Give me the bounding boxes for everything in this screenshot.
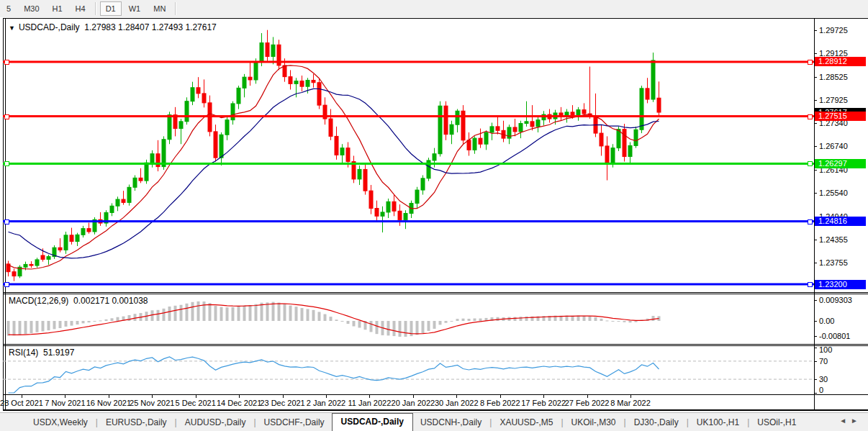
- macd-axis-label: -0.00801: [819, 332, 865, 340]
- hline-endpoint-marker[interactable]: [4, 161, 9, 166]
- time-axis-tick: [369, 395, 370, 398]
- macd-axis-tick: [814, 300, 817, 301]
- price-axis-tick: [814, 193, 817, 194]
- rsi-axis-label: 30: [819, 375, 865, 384]
- hline-endpoint-marker[interactable]: [4, 282, 9, 287]
- chart-tab-audusd-daily[interactable]: AUDUSD-,Daily: [178, 414, 253, 431]
- chart-tab-eurusd-daily[interactable]: EURUSD-,Daily: [99, 414, 174, 431]
- price-axis-tick: [814, 263, 817, 263]
- price-line-badge: 1.28912: [815, 57, 866, 66]
- price-axis-label: 1.23755: [819, 258, 865, 267]
- time-axis-tick: [326, 395, 327, 398]
- macd-axis-label: 0.00: [819, 317, 865, 325]
- chart-tab-dj30-daily[interactable]: DJ30-,Daily: [627, 414, 686, 431]
- price-axis-tick: [814, 77, 817, 78]
- time-axis-tick: [196, 395, 196, 398]
- time-axis-tick: [109, 395, 109, 398]
- price-axis-tick: [814, 30, 817, 31]
- time-axis-tick: [500, 395, 501, 398]
- hline-endpoint-marker[interactable]: [808, 282, 813, 287]
- price-axis-tick: [814, 123, 817, 124]
- time-axis-tick: [152, 395, 153, 398]
- price-axis-tick: [814, 53, 817, 54]
- time-axis-tick: [456, 395, 457, 398]
- macd-name: MACD(12,26,9): [9, 296, 68, 306]
- rsi-name: RSI(14): [9, 348, 38, 358]
- time-axis-tick: [22, 395, 22, 398]
- hline-endpoint-marker[interactable]: [4, 60, 9, 65]
- price-line-badge: 1.23200: [815, 280, 866, 289]
- time-axis-tick: [630, 395, 631, 398]
- macd-axis-label: 0.009303: [819, 296, 865, 304]
- hline-endpoint-marker[interactable]: [4, 114, 9, 119]
- price-axis-label: 1.24355: [819, 235, 865, 244]
- tab-scroll-left-icon[interactable]: ◄: [839, 417, 851, 425]
- chart-plot-area[interactable]: [0, 0, 868, 431]
- macd-axis-tick: [814, 321, 817, 322]
- macd-indicator-label: MACD(12,26,9) 0.002171 0.001038: [9, 296, 148, 306]
- price-axis-tick: [814, 240, 817, 240]
- time-axis-tick: [413, 395, 414, 398]
- chart-tab-usdx-weekly[interactable]: USDX,Weekly: [26, 414, 95, 431]
- price-line-badge: 1.24816: [815, 217, 866, 226]
- hline-endpoint-marker[interactable]: [4, 219, 9, 224]
- chart-tab-ukoil-m30[interactable]: UKOil-,M30: [564, 414, 623, 431]
- price-axis-tick: [814, 170, 817, 171]
- price-axis-label: 1.27925: [819, 96, 865, 104]
- rsi-axis-tick: [814, 361, 817, 362]
- rsi-axis-label: 0: [819, 386, 865, 394]
- chart-tab-usoil-h1[interactable]: USOil-,H1: [750, 414, 803, 431]
- chart-tab-uk100-h1[interactable]: UK100-,H1: [690, 414, 746, 431]
- time-axis-tick: [543, 395, 544, 398]
- chart-tab-xauusd-m5[interactable]: XAUUSD-,M5: [492, 414, 560, 431]
- chart-tab-usdcad-daily[interactable]: USDCAD-,Daily: [332, 413, 413, 431]
- chart-dropdown-icon[interactable]: ▼: [9, 24, 15, 32]
- price-axis-label: 1.25540: [819, 189, 865, 197]
- hline-endpoint-marker[interactable]: [808, 60, 813, 65]
- price-axis-tick: [814, 100, 817, 101]
- tab-scroll-right-icon[interactable]: ►: [851, 417, 862, 425]
- rsi-axis-tick: [814, 379, 817, 380]
- macd-axis-tick: [814, 336, 817, 337]
- tab-scroll-arrows: ◄►: [839, 417, 862, 425]
- time-axis-tick: [65, 395, 65, 398]
- macd-values: 0.002171 0.001038: [73, 296, 148, 306]
- chart-tab-usdchf-daily[interactable]: USDCHF-,Daily: [257, 414, 332, 431]
- price-axis-label: 1.29725: [819, 26, 865, 35]
- rsi-axis-label: 70: [819, 357, 865, 366]
- time-axis-tick: [587, 395, 588, 398]
- chart-symbol-period: USDCAD-,Daily: [19, 22, 80, 32]
- trading-terminal-window: 5M30H1H4D1W1MN ▼USDCAD-,Daily 1.27983 1.…: [0, 0, 868, 431]
- chart-title: ▼USDCAD-,Daily 1.27983 1.28407 1.27493 1…: [9, 22, 217, 32]
- price-axis-label: 1.26740: [819, 142, 865, 150]
- rsi-value: 51.9197: [43, 348, 74, 358]
- time-axis-tick: [283, 395, 284, 398]
- chart-tab-usdcnh-daily[interactable]: USDCNH-,Daily: [413, 414, 489, 431]
- hline-endpoint-marker[interactable]: [808, 219, 813, 224]
- price-axis-tick: [814, 146, 817, 147]
- hline-endpoint-marker[interactable]: [808, 114, 813, 119]
- rsi-axis-label: 100: [819, 345, 865, 354]
- time-axis-label: 8 Mar 2022: [600, 399, 661, 407]
- price-axis-label: 1.28525: [819, 73, 865, 81]
- time-axis-tick: [239, 395, 240, 398]
- chart-ohlc-values: 1.27983 1.28407 1.27493 1.27617: [84, 22, 217, 32]
- chart-tab-bar: USDX,Weekly|EURUSD-,Daily|AUDUSD-,Daily|…: [0, 412, 868, 431]
- rsi-axis-tick: [814, 348, 817, 348]
- rsi-axis-tick: [814, 393, 817, 394]
- rsi-indicator-label: RSI(14) 51.9197: [9, 348, 74, 358]
- hline-endpoint-marker[interactable]: [808, 161, 813, 166]
- price-line-badge: 1.27515: [815, 112, 866, 121]
- price-line-badge: 1.26297: [815, 159, 866, 168]
